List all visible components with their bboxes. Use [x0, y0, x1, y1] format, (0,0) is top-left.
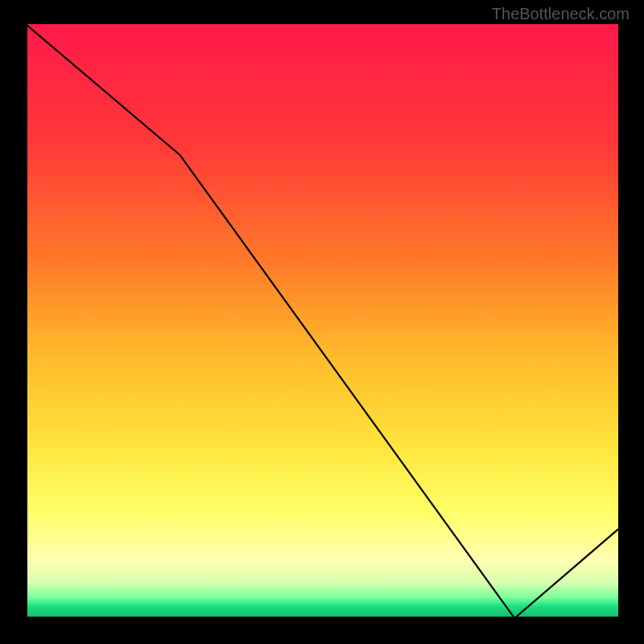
data-line — [26, 24, 618, 618]
y-axis-right — [618, 24, 620, 618]
plot-area — [26, 24, 618, 618]
watermark-text: TheBottleneck.com — [492, 5, 630, 23]
